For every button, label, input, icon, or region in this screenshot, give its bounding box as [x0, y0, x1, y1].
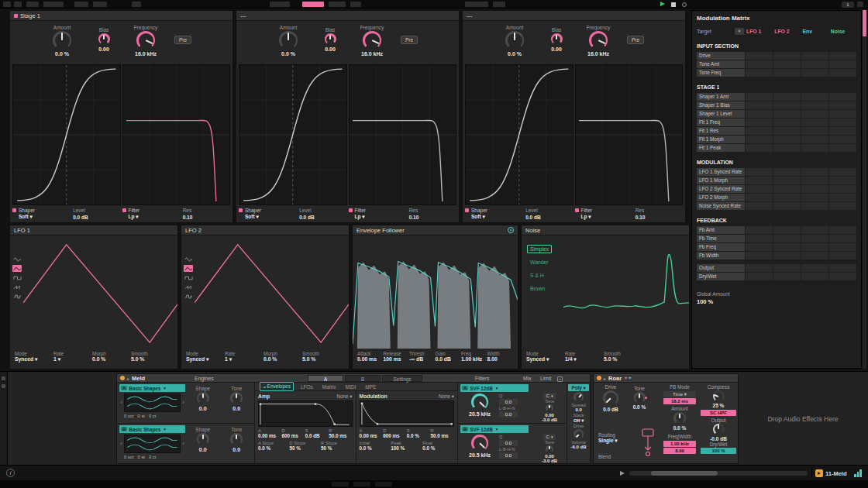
- semitone-value[interactable]: 0 st: [138, 414, 145, 418]
- matrix-cell[interactable]: [773, 168, 801, 176]
- info-view-icon[interactable]: i: [6, 469, 15, 477]
- next-shape-button[interactable]: ›: [181, 400, 185, 406]
- matrix-cell[interactable]: [773, 52, 801, 60]
- matrix-cell[interactable]: [801, 127, 828, 135]
- routing-value[interactable]: Single ▾: [598, 438, 632, 444]
- chain-view-icon[interactable]: [2, 384, 5, 388]
- voices-knob[interactable]: [574, 392, 584, 402]
- matrix-cell[interactable]: [801, 69, 828, 77]
- frequency-knob[interactable]: [136, 31, 155, 50]
- fold-icon[interactable]: ▸: [604, 376, 606, 381]
- shape-value[interactable]: 0.0: [199, 406, 207, 411]
- tone-knob[interactable]: [230, 392, 243, 404]
- spread-value[interactable]: 0.0: [568, 407, 589, 412]
- matrix-cell[interactable]: [829, 127, 856, 135]
- matrix-cell[interactable]: [801, 60, 828, 68]
- bias-value[interactable]: 0.00: [98, 46, 109, 52]
- bias-knob[interactable]: [551, 33, 563, 45]
- sine-shape-icon[interactable]: [12, 256, 22, 263]
- output-knob[interactable]: [713, 424, 725, 435]
- matrix-cell[interactable]: [773, 177, 801, 184]
- matrix-cell[interactable]: [746, 127, 773, 135]
- matrix-cell[interactable]: [773, 194, 801, 201]
- matrix-cell[interactable]: [801, 177, 828, 184]
- stage-header[interactable]: Stage 1: [10, 11, 232, 21]
- level-value[interactable]: 0.0 dB: [299, 215, 346, 220]
- matrix-cell[interactable]: [773, 119, 801, 126]
- matrix-cell[interactable]: [746, 168, 773, 176]
- param-value[interactable]: 50.0 ms: [329, 433, 352, 438]
- stage-header[interactable]: ---: [463, 11, 685, 21]
- param-value[interactable]: 0.0 %: [264, 356, 302, 362]
- draw-mode-button[interactable]: [493, 2, 505, 7]
- random-shape-icon[interactable]: [12, 293, 22, 300]
- param-value[interactable]: 0.0 %: [407, 433, 431, 438]
- matrix-cell[interactable]: [773, 252, 801, 259]
- arrangement-position-field[interactable]: [302, 2, 324, 7]
- matrix-cell[interactable]: [746, 52, 773, 60]
- triangle-shape-icon[interactable]: [12, 265, 22, 272]
- stop-button[interactable]: [671, 2, 676, 7]
- record-button[interactable]: [682, 2, 687, 7]
- follow-button[interactable]: [270, 2, 290, 7]
- matrix-cell[interactable]: [801, 264, 828, 272]
- modulator-tab[interactable]: Envelopes: [260, 382, 294, 391]
- sine-shape-icon[interactable]: [184, 256, 193, 263]
- amount-knob[interactable]: [53, 31, 71, 50]
- filter-type-dropdown[interactable]: Lp ▾: [355, 214, 365, 220]
- scene-indicator[interactable]: 1: [842, 2, 854, 8]
- matrix-cell[interactable]: [801, 119, 828, 126]
- q-value[interactable]: 0.0: [499, 399, 518, 405]
- param-value[interactable]: 100 ms: [384, 356, 410, 362]
- param-value[interactable]: Synced ▾: [526, 356, 565, 363]
- shape-value[interactable]: 0.0: [199, 447, 207, 452]
- matrix-cell[interactable]: [773, 110, 801, 118]
- compress-knob[interactable]: [713, 390, 725, 402]
- tone-knob[interactable]: [634, 392, 646, 404]
- matrix-cell[interactable]: [829, 69, 856, 77]
- matrix-cell[interactable]: [746, 144, 773, 152]
- amp-route-dropdown[interactable]: None ▾: [337, 393, 353, 399]
- octave-value[interactable]: 0 oct: [124, 455, 134, 459]
- matrix-cell[interactable]: [829, 52, 856, 60]
- drive-knob[interactable]: [574, 429, 584, 439]
- shape-knob[interactable]: [197, 433, 209, 445]
- filter-type-dropdown[interactable]: Lp ▾: [129, 214, 139, 220]
- semitone-value[interactable]: 0 st: [138, 455, 145, 459]
- param-value[interactable]: 0.00 ms: [258, 433, 281, 438]
- matrix-cell[interactable]: [773, 264, 801, 272]
- filter-tone-knob[interactable]: [546, 445, 553, 453]
- frequency-value[interactable]: 16.0 kHz: [361, 51, 383, 57]
- stack-value[interactable]: Off ▾: [568, 418, 589, 423]
- matrix-cell[interactable]: [773, 185, 801, 193]
- param-value[interactable]: 0.0 dB: [305, 433, 329, 438]
- matrix-cell[interactable]: [746, 194, 773, 201]
- square-shape-icon[interactable]: [184, 274, 193, 281]
- matrix-cell[interactable]: [801, 226, 828, 234]
- sc-hpf-toggle[interactable]: SC HPF: [701, 410, 736, 416]
- device-view-icon[interactable]: [2, 376, 5, 380]
- matrix-cell[interactable]: [829, 273, 856, 280]
- matrix-cell[interactable]: [746, 226, 773, 234]
- pre-toggle-button[interactable]: Pre: [401, 36, 418, 44]
- param-value[interactable]: Synced ▾: [15, 356, 53, 363]
- matrix-cell[interactable]: [746, 235, 773, 242]
- modulator-tab[interactable]: Matrix: [320, 383, 339, 390]
- fb-amount-value[interactable]: 0.0 %: [663, 425, 696, 431]
- filter-freq-knob[interactable]: [471, 435, 488, 452]
- param-value[interactable]: 0.00 ms: [357, 356, 384, 362]
- menu-icon[interactable]: [3, 2, 11, 7]
- matrix-cell[interactable]: [746, 93, 773, 101]
- param-value[interactable]: 0.0 dB: [436, 356, 462, 362]
- matrix-cell[interactable]: [773, 136, 801, 143]
- matrix-cell[interactable]: [746, 110, 773, 118]
- matrix-cell[interactable]: [773, 202, 801, 210]
- scroll-thumb[interactable]: [651, 471, 718, 476]
- meld-title-bar[interactable]: ▸ Meld Engines A B Settings Filters Mix …: [117, 374, 590, 383]
- matrix-source-header[interactable]: LFO 1: [745, 29, 772, 34]
- param-value[interactable]: 5.0 %: [302, 356, 341, 362]
- saw-shape-icon[interactable]: [184, 284, 193, 290]
- matrix-cell[interactable]: [746, 185, 773, 193]
- morph-value[interactable]: 0.0: [499, 452, 518, 459]
- matrix-cell[interactable]: [746, 177, 773, 184]
